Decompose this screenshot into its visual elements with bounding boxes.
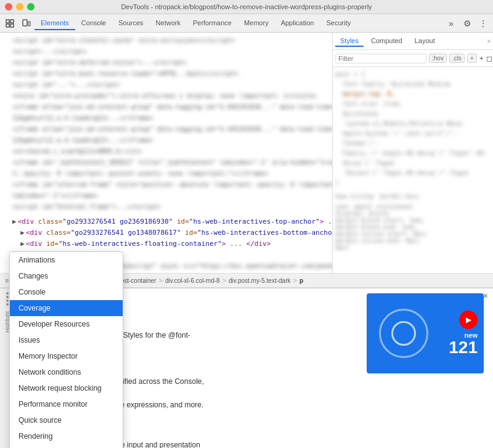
html-line: <script>...</script> bbox=[0, 46, 332, 57]
html-line: ▶<div id="hs-web-interactives-floating-c… bbox=[0, 238, 332, 250]
html-line: <script id="nitre-boot-resource-loader">… bbox=[0, 68, 332, 79]
traffic-lights bbox=[5, 3, 35, 10]
styles-tabs: Styles Computed Layout » bbox=[333, 33, 493, 50]
more-tabs-chevron[interactable]: » bbox=[487, 38, 491, 44]
settings-icon[interactable]: ⚙ bbox=[460, 16, 475, 31]
html-line: t; opacity: 0 !important; pointer-events… bbox=[0, 168, 332, 179]
html-line: ▶<div class="go2933276541 go1348078617" … bbox=[0, 227, 332, 238]
menu-item-memory-inspector[interactable]: Memory Inspector bbox=[10, 348, 123, 364]
tab-console[interactable]: Console bbox=[75, 17, 112, 30]
close-button[interactable] bbox=[5, 3, 12, 10]
hov-filter-btn[interactable]: :hov bbox=[429, 54, 447, 63]
add-style-btn[interactable]: + bbox=[467, 54, 477, 63]
tab-computed[interactable]: Computed bbox=[366, 36, 407, 47]
tab-performance[interactable]: Performance bbox=[187, 17, 238, 30]
tab-elements[interactable]: Elements bbox=[35, 17, 75, 30]
yt-play-button[interactable]: ▶ bbox=[459, 311, 478, 329]
fullscreen-button[interactable] bbox=[27, 3, 35, 10]
html-line: <iframe id="intercom-frame" style="posit… bbox=[0, 179, 332, 190]
yt-number: 121 bbox=[449, 339, 478, 356]
yt-circle-inner bbox=[391, 321, 416, 346]
html-line: <iframe id="_kybfeContent_385822" title=… bbox=[0, 157, 332, 168]
tab-styles[interactable]: Styles bbox=[335, 36, 364, 47]
html-line: 12bgmhsxl12.a.4.loader@12>...</iframe> bbox=[0, 113, 332, 124]
devtools-tab-bar: Elements Console Sources Network Perform… bbox=[35, 17, 442, 30]
html-line: <script id="nitre-deferred-styles">...</… bbox=[0, 57, 332, 68]
breadcrumb-item-2[interactable]: div.col-xl-6.col-md-8 bbox=[163, 277, 222, 284]
svg-rect-5 bbox=[28, 22, 30, 26]
yt-right-content: ▶ new 121 bbox=[449, 311, 478, 356]
menu-item-performance-monitor[interactable]: Performance monitor bbox=[10, 396, 123, 412]
minimize-button[interactable] bbox=[16, 3, 23, 10]
menu-item-network-conditions[interactable]: Network conditions bbox=[10, 364, 123, 380]
device-toggle-icon[interactable] bbox=[18, 16, 33, 31]
tab-network[interactable]: Network bbox=[150, 17, 187, 30]
svg-rect-4 bbox=[23, 20, 27, 26]
youtube-thumbnail[interactable]: ▶ new 121 bbox=[367, 293, 484, 373]
window-title: DevTools - ntropack.ie/blogpost/how-to-r… bbox=[121, 3, 372, 10]
tab-application[interactable]: Application bbox=[275, 17, 320, 30]
menu-item-search[interactable]: Search bbox=[10, 444, 123, 448]
more-tabs-icon[interactable]: » bbox=[444, 16, 458, 31]
menu-item-developer-resources[interactable]: Developer Resources bbox=[10, 316, 123, 332]
html-panel[interactable]: <script id="nitre-stateful-cache" nitre-… bbox=[0, 33, 333, 273]
styles-panel: Styles Computed Layout » :hov .cls + + ◻… bbox=[333, 33, 493, 273]
svg-rect-3 bbox=[10, 24, 14, 27]
breadcrumb-item-4[interactable]: p bbox=[297, 277, 306, 284]
menu-item-console[interactable]: Console bbox=[10, 284, 123, 300]
menu-item-quick-source[interactable]: Quick source bbox=[10, 412, 123, 428]
svg-rect-2 bbox=[6, 24, 9, 27]
tab-security[interactable]: Security bbox=[320, 17, 357, 30]
inspect-icon[interactable] bbox=[2, 16, 17, 31]
cls-filter-btn[interactable]: .cls bbox=[449, 54, 465, 63]
menu-item-coverage[interactable]: Coverage bbox=[10, 300, 123, 316]
titlebar: DevTools - ntropack.ie/blogpost/how-to-r… bbox=[0, 0, 493, 14]
devtools-toolbar: Elements Console Sources Network Perform… bbox=[0, 14, 493, 33]
html-line: <style id="nitre-preloader">.nitre-offsc… bbox=[0, 91, 332, 102]
html-line: ▶<div class="go2933276541 go2369186930" … bbox=[0, 216, 332, 227]
more-options-icon[interactable]: ⋮ bbox=[476, 16, 491, 31]
html-line: <script id="...">...</script> bbox=[0, 79, 332, 91]
menu-item-issues[interactable]: Issues bbox=[10, 332, 123, 348]
html-line: <iframe allow="join-ad-interest-group" d… bbox=[0, 124, 332, 135]
drawer-dots bbox=[6, 292, 9, 306]
html-line: <script id="nitre-stateful-cache" nitre-… bbox=[0, 35, 332, 46]
tab-sources[interactable]: Sources bbox=[112, 17, 149, 30]
more-drawer-menu[interactable]: Animations Changes Console Coverage Deve… bbox=[9, 251, 123, 448]
webpage-content-right: ▶ new 121 bbox=[357, 288, 493, 448]
html-line: 12bgmhsxl12.a.4.loader@12>...</iframe> bbox=[0, 135, 332, 146]
menu-item-animations[interactable]: Animations bbox=[10, 252, 123, 268]
html-line: <iframe allow="join-ad-interest-group" d… bbox=[0, 102, 332, 113]
html-line: <ul>shared_c_scanf@111>HHHS.b;</ul> bbox=[0, 146, 332, 157]
filter-input[interactable] bbox=[335, 54, 426, 63]
breadcrumb-item-3[interactable]: div.post.my-5.text-dark bbox=[226, 277, 293, 284]
menu-item-network-request-blocking[interactable]: Network request blocking bbox=[10, 380, 123, 396]
svg-rect-1 bbox=[10, 20, 14, 23]
drawer-close-button[interactable]: × bbox=[483, 291, 488, 301]
html-line: <script id="Internal-frame">...</script> bbox=[0, 202, 332, 213]
tab-layout[interactable]: Layout bbox=[410, 36, 440, 47]
tab-memory[interactable]: Memory bbox=[238, 17, 275, 30]
menu-item-rendering[interactable]: Rendering bbox=[10, 428, 123, 444]
breadcrumb-handle-icon: ≡ bbox=[5, 277, 9, 284]
devtools-main: <script id="nitre-stateful-cache" nitre-… bbox=[0, 33, 493, 273]
svg-rect-0 bbox=[6, 20, 9, 23]
styles-content: post + { font-family: Quicksand Medium m… bbox=[333, 67, 493, 273]
styles-filter-bar: :hov .cls + + ◻ bbox=[333, 50, 493, 67]
new-style-rule-icon[interactable]: + bbox=[479, 51, 484, 66]
menu-item-changes[interactable]: Changes bbox=[10, 268, 123, 284]
html-line: tabindex="-1"></iframe> bbox=[0, 190, 332, 202]
inspect-style-icon[interactable]: ◻ bbox=[486, 51, 492, 66]
